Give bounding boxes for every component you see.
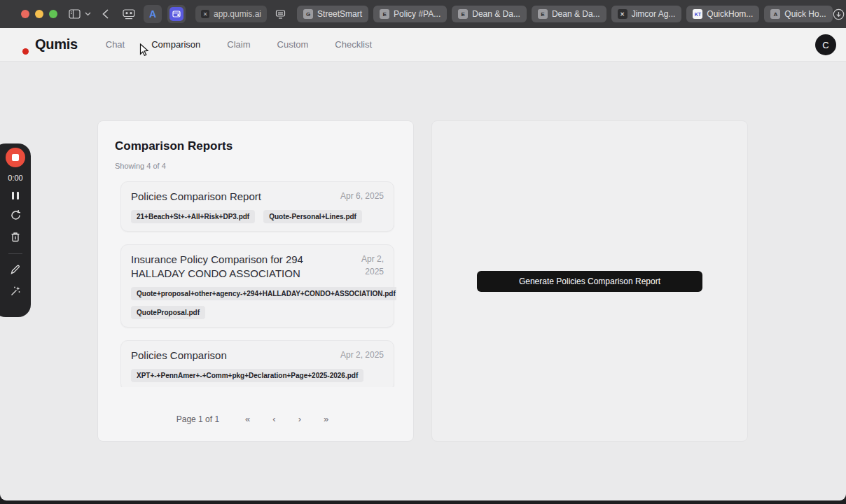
- nav-item-claim[interactable]: Claim: [227, 39, 250, 50]
- address-bar[interactable]: ✕ app.qumis.ai: [195, 6, 267, 22]
- nav-item-comparison[interactable]: Comparison: [151, 39, 200, 50]
- downloads-icon[interactable]: [833, 8, 845, 20]
- file-chip: Quote-Personal+Lines.pdf: [263, 210, 362, 223]
- report-files: Quote+proposal+other+agency-+294+HALLADA…: [131, 287, 384, 319]
- file-chip: QuoteProposal.pdf: [131, 306, 205, 319]
- browser-chrome: A ✕ app.qumis.ai G StreetSmart E Policy …: [0, 0, 846, 28]
- showing-count: Showing 4 of 4: [115, 162, 396, 170]
- generate-panel: Generate Policies Comparison Report: [431, 120, 748, 442]
- brand[interactable]: Qumis: [10, 36, 78, 54]
- tab-dean-2[interactable]: E Dean & Da...: [532, 6, 606, 22]
- browser-window: A ✕ app.qumis.ai G StreetSmart E Policy …: [0, 0, 846, 504]
- last-page-button[interactable]: »: [317, 412, 335, 426]
- report-card[interactable]: Policies Comparison Report Apr 6, 2025 2…: [120, 181, 394, 232]
- report-date: Apr 2, 2025: [353, 253, 384, 281]
- tab-favicon: G: [303, 9, 313, 19]
- comparison-reports-panel: Comparison Reports Showing 4 of 4 Polici…: [97, 120, 414, 442]
- stop-recording-button[interactable]: [6, 148, 25, 167]
- report-date: Apr 2, 2025: [340, 349, 384, 363]
- extension-toolbar: A: [120, 5, 186, 23]
- delete-recording-button[interactable]: [10, 231, 21, 243]
- report-list: Policies Comparison Report Apr 6, 2025 2…: [120, 181, 396, 387]
- tab-strip: G StreetSmart E Policy #PA... E Dean & D…: [297, 6, 833, 22]
- report-title: Policies Comparison: [131, 349, 227, 363]
- pause-recording-button[interactable]: [12, 192, 19, 200]
- window-extension-icon[interactable]: [167, 5, 186, 23]
- brand-name: Qumis: [35, 36, 78, 52]
- url-text: app.qumis.ai: [214, 9, 261, 19]
- screen-recorder-widget: 0:00: [0, 144, 31, 317]
- prev-page-button[interactable]: ‹: [266, 412, 282, 426]
- page-title: Comparison Reports: [115, 139, 396, 153]
- report-files: XPT+-+PennAmer+-+Comm+pkg+Declaration+Pa…: [131, 369, 384, 382]
- tab-favicon: ✕: [618, 9, 627, 19]
- app-navbar: Qumis Chat Comparison Claim Custom Check…: [0, 28, 846, 62]
- tab-streetsmart[interactable]: G StreetSmart: [297, 6, 368, 22]
- tab-favicon: A: [770, 9, 780, 19]
- recorder-extension-icon[interactable]: [120, 5, 138, 23]
- page-indicator: Page 1 of 1: [176, 414, 219, 424]
- report-card[interactable]: Policies Comparison Apr 2, 2025 XPT+-+Pe…: [120, 340, 394, 387]
- tab-policy[interactable]: E Policy #PA...: [373, 6, 447, 22]
- report-files: 21+Beach+St+-+All+Risk+DP3.pdf Quote-Per…: [131, 210, 384, 223]
- magic-wand-icon: [9, 285, 22, 298]
- report-title: Insurance Policy Comparison for 294 HALL…: [131, 253, 346, 281]
- tab-favicon: E: [538, 9, 548, 19]
- tab-favicon: KT: [693, 9, 702, 19]
- recording-timer: 0:00: [8, 174, 22, 182]
- report-date: Apr 6, 2025: [340, 190, 384, 204]
- tab-dean-1[interactable]: E Dean & Da...: [452, 6, 527, 22]
- nav-item-custom[interactable]: Custom: [277, 39, 309, 50]
- close-window-button[interactable]: [21, 10, 29, 18]
- file-chip: Quote+proposal+other+agency-+294+HALLADA…: [131, 287, 396, 300]
- sidebar-toggle-icon[interactable]: [69, 9, 81, 19]
- next-page-button[interactable]: ›: [292, 412, 307, 426]
- tab-favicon: E: [458, 9, 468, 19]
- url-blocker-icon: ✕: [201, 10, 209, 18]
- pagination: Page 1 of 1 « ‹ › »: [98, 412, 413, 426]
- nav-links: Chat Comparison Claim Custom Checklist: [106, 39, 372, 50]
- first-page-button[interactable]: «: [239, 412, 256, 426]
- magic-tool-button[interactable]: [9, 285, 22, 298]
- chrome-actions: [833, 8, 846, 20]
- generate-report-button[interactable]: Generate Policies Comparison Report: [477, 271, 702, 292]
- window-controls: [21, 10, 57, 18]
- chevron-down-icon[interactable]: [85, 12, 91, 16]
- minimize-window-button[interactable]: [35, 10, 43, 18]
- tab-quickhome-2[interactable]: A Quick Ho...: [764, 6, 832, 22]
- a-extension-icon[interactable]: A: [144, 5, 162, 23]
- restart-icon: [10, 209, 22, 221]
- tab-quickhome-1[interactable]: KT QuickHom...: [686, 6, 759, 22]
- qumis-logo-icon: [10, 36, 28, 54]
- qumis-app: Qumis Chat Comparison Claim Custom Check…: [0, 28, 846, 500]
- divider: [8, 253, 22, 254]
- tab-jimcor[interactable]: ✕ Jimcor Ag...: [611, 6, 682, 22]
- file-chip: 21+Beach+St+-+All+Risk+DP3.pdf: [131, 210, 255, 223]
- reader-view-icon[interactable]: [275, 10, 286, 19]
- tab-favicon: E: [380, 9, 389, 19]
- restart-recording-button[interactable]: [10, 209, 22, 221]
- avatar[interactable]: C: [815, 34, 836, 55]
- main-content: Comparison Reports Showing 4 of 4 Polici…: [0, 62, 846, 500]
- nav-item-chat[interactable]: Chat: [106, 39, 125, 50]
- pencil-icon: [10, 264, 21, 275]
- nav-item-checklist[interactable]: Checklist: [335, 39, 372, 50]
- report-card[interactable]: Insurance Policy Comparison for 294 HALL…: [120, 244, 394, 328]
- file-chip: XPT+-+PennAmer+-+Comm+pkg+Declaration+Pa…: [131, 369, 363, 382]
- pause-icon: [12, 192, 19, 200]
- draw-tool-button[interactable]: [10, 264, 21, 275]
- back-button[interactable]: [102, 9, 109, 19]
- trash-icon: [10, 231, 21, 243]
- zoom-window-button[interactable]: [49, 10, 57, 18]
- report-title: Policies Comparison Report: [131, 190, 261, 204]
